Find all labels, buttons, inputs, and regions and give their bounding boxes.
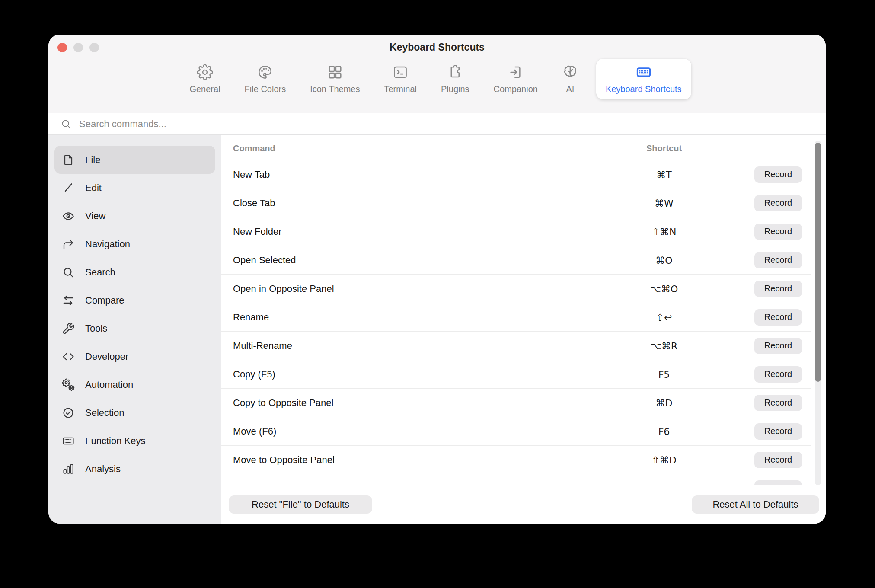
sidebar-item-navigation[interactable]: Navigation [54,230,215,258]
sidebar-item-label: File [85,154,100,166]
sidebar-item-label: Tools [85,323,107,334]
sidebar-item-compare[interactable]: Compare [54,286,215,314]
table-row-open-in-opposite-panel: Open in Opposite Panel ⌥⌘O Record [221,275,811,303]
tab-label: Companion [494,84,538,94]
table-row-new-folder: New Folder ⇧⌘N Record [221,217,811,246]
command-label: Rename [233,312,269,323]
sidebar-item-search[interactable]: Search [54,258,215,286]
tab-terminal[interactable]: Terminal [377,59,423,99]
sidebar-item-label: Automation [85,379,133,390]
content-area: File Edit View Navigation [48,135,826,524]
table-row-open-selected: Open Selected ⌘O Record [221,246,811,275]
shortcut-table: New Tab ⌘T Record Close Tab ⌘W Record Ne… [221,160,826,486]
command-label: Move (F6) [233,426,276,437]
search-bar [48,113,826,135]
tab-icon-themes[interactable]: Icon Themes [303,59,366,99]
sidebar-item-automation[interactable]: Automation [54,371,215,399]
reset-file-to-defaults-button[interactable]: Reset "File" to Defaults [229,495,372,514]
record-button[interactable]: Record [754,281,802,297]
record-button[interactable]: Record [754,338,802,354]
table-row-copy-f5: Copy (F5) F5 Record [221,360,811,389]
puzzle-icon [447,64,463,80]
table-header: Command Shortcut [221,135,811,160]
record-button[interactable]: Record [754,395,802,411]
command-label: Multi-Rename [233,340,292,352]
table-row-move-f6: Move (F6) F6 Record [221,417,811,446]
record-button[interactable]: Record [754,309,802,326]
tab-general[interactable]: General [183,59,227,99]
sidebar-item-label: Navigation [85,239,130,250]
titlebar-toolbar: Keyboard Shortcuts General File [48,35,826,113]
table-row-new-tab: New Tab ⌘T Record [221,160,811,189]
tab-label: Keyboard Shortcuts [606,84,682,94]
code-icon [62,350,75,363]
shortcuts-panel: Command Shortcut New Tab ⌘T Record Close… [221,135,826,524]
record-button[interactable]: Record [754,423,802,440]
sidebar-item-function-keys[interactable]: Function Keys [54,427,215,455]
shortcut-value: ⌘W [634,198,694,208]
tab-companion[interactable]: Companion [487,59,544,99]
pencil-icon [62,182,75,195]
sidebar-item-developer[interactable]: Developer [54,342,215,371]
record-button[interactable]: Record [754,195,802,211]
shortcut-value: ⌥⌘O [634,283,694,294]
sidebar: File Edit View Navigation [48,135,221,524]
command-label: New Tab [233,169,270,180]
shortcut-value: ⇧⌘D [634,454,694,465]
window-title: Keyboard Shortcuts [48,42,826,53]
sidebar-item-label: View [85,211,105,222]
document-icon [62,153,75,166]
gears-icon [62,378,75,391]
eye-icon [62,210,75,223]
sidebar-item-label: Selection [85,407,125,419]
tab-label: Icon Themes [310,84,360,94]
table-row-close-tab: Close Tab ⌘W Record [221,189,811,217]
tab-ai[interactable]: AI [556,59,585,99]
tab-plugins[interactable]: Plugins [434,59,476,99]
shortcut-value: ⌘T [634,169,694,180]
record-button[interactable]: Record [754,166,802,183]
record-button[interactable]: Record [754,452,802,468]
shortcut-value: ⇧⌘N [634,226,694,237]
sidebar-item-selection[interactable]: Selection [54,399,215,427]
sidebar-item-label: Search [85,267,115,278]
command-label: Copy (F5) [233,369,275,380]
terminal-icon [392,64,409,80]
command-label: Open in Opposite Panel [233,283,334,294]
keyboard-icon [62,435,75,447]
table-row-copy-to-opposite-panel: Copy to Opposite Panel ⌘D Record [221,389,811,417]
command-label: Open Selected [233,255,296,266]
record-button[interactable]: Record [754,252,802,268]
sidebar-item-view[interactable]: View [54,202,215,230]
wrench-icon [62,322,75,335]
tab-label: Plugins [441,84,469,94]
sidebar-item-label: Developer [85,351,128,362]
command-label: Move to Opposite Panel [233,454,335,466]
reset-all-to-defaults-button[interactable]: Reset All to Defaults [692,495,819,514]
sidebar-item-analysis[interactable]: Analysis [54,455,215,483]
gear-icon [197,64,213,80]
preferences-window: Keyboard Shortcuts General File [48,35,826,524]
grid-icon [327,64,343,80]
tab-file-colors[interactable]: File Colors [238,59,293,99]
sidebar-item-edit[interactable]: Edit [54,174,215,202]
table-footer: Reset "File" to Defaults Reset All to De… [221,485,826,524]
table-row-multi-rename: Multi-Rename ⌥⌘R Record [221,332,811,360]
sidebar-item-label: Analysis [85,463,121,475]
shortcut-value: ⌘D [634,397,694,408]
column-header-shortcut: Shortcut [634,144,694,153]
tab-keyboard-shortcuts[interactable]: Keyboard Shortcuts [596,59,691,99]
tab-label: AI [566,84,574,94]
scrollbar-thumb[interactable] [815,143,821,382]
command-label: Copy to Opposite Panel [233,397,333,409]
search-input[interactable] [78,118,556,130]
table-row-delete-f8: Delete (F8) F8 Record [221,474,811,486]
table-row-rename: Rename ⇧↩ Record [221,303,811,332]
sidebar-item-file[interactable]: File [54,146,215,174]
record-button[interactable]: Record [754,366,802,383]
shortcut-value: ⌘O [634,255,694,265]
shortcut-value: F6 [634,426,694,437]
bar-chart-icon [62,463,75,476]
record-button[interactable]: Record [754,224,802,240]
sidebar-item-tools[interactable]: Tools [54,314,215,342]
